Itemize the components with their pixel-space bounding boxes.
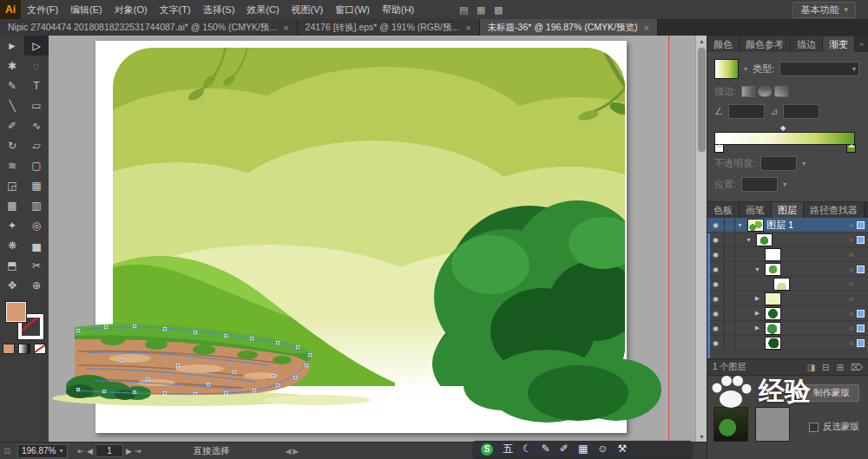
document-tab-3-active[interactable]: 未标题-36* @ 196.87% (CMYK/预览) × xyxy=(480,19,658,36)
selection-square[interactable] xyxy=(857,339,865,347)
layer-thumbnail[interactable] xyxy=(773,278,790,291)
selection-tool[interactable]: ► xyxy=(0,36,24,56)
invert-mask-option[interactable]: 反选蒙版 xyxy=(809,421,859,433)
visibility-eye-icon[interactable]: ◉ xyxy=(707,262,725,276)
type-tool[interactable]: T xyxy=(24,75,49,95)
symbol-sprayer-tool[interactable]: ❋ xyxy=(0,235,24,255)
target-circle-icon[interactable]: ○ xyxy=(849,251,853,259)
menu-edit[interactable]: 编辑(E) xyxy=(64,0,108,19)
object-thumbnail[interactable] xyxy=(713,407,748,442)
color-mode-icon[interactable] xyxy=(3,344,15,354)
layer-thumbnail[interactable] xyxy=(765,307,781,320)
layer-thumbnail[interactable] xyxy=(765,337,781,350)
arrange-documents-icon[interactable]: ▤ xyxy=(455,4,472,16)
gradient-angle-input[interactable] xyxy=(728,104,765,119)
gradient-position-input[interactable] xyxy=(741,177,778,192)
stroke-gradient-across-icon[interactable] xyxy=(774,86,788,97)
first-artboard-icon[interactable]: ⇤ xyxy=(78,447,85,456)
people-icon[interactable]: ☺ xyxy=(597,441,608,457)
blend-tool[interactable]: ◎ xyxy=(24,215,49,235)
gradient-slider[interactable]: ◆ xyxy=(714,125,855,151)
artwork-scene[interactable] xyxy=(95,41,627,433)
layer-thumbnail[interactable] xyxy=(765,292,781,305)
layer-row-3[interactable]: ◉ ○ xyxy=(707,247,868,262)
artboard-number-field[interactable]: 1 xyxy=(95,444,123,457)
layer-row-5[interactable]: ◉ ○ xyxy=(707,277,868,292)
layer-row-6[interactable]: ◉ ▶ ○ xyxy=(707,292,868,306)
layer-row-8[interactable]: ◉ ▶ ○ xyxy=(707,321,868,336)
line-segment-tool[interactable]: ╲ xyxy=(0,95,24,115)
gradient-type-select[interactable]: ▾ xyxy=(779,62,859,76)
direct-selection-tool[interactable]: ▷ xyxy=(24,36,49,56)
expand-triangle-icon[interactable]: ▼ xyxy=(735,222,745,228)
gradient-bar[interactable] xyxy=(714,132,855,145)
target-circle-icon[interactable]: ○ xyxy=(849,280,853,288)
lock-toggle-cell[interactable] xyxy=(725,262,735,276)
tab-brushes[interactable]: 画笔 xyxy=(740,202,772,218)
fill-color-swatch[interactable] xyxy=(6,302,26,322)
layer-thumbnail[interactable] xyxy=(756,233,773,246)
ime-logo[interactable]: S xyxy=(481,443,493,456)
layer-row-9[interactable]: ◉ ○ xyxy=(707,336,868,351)
tab-swatches[interactable]: 色板 xyxy=(707,202,740,218)
gradient-tool[interactable]: ▥ xyxy=(24,195,49,215)
app-logo[interactable]: Ai xyxy=(0,0,21,19)
menu-window[interactable]: 窗口(W) xyxy=(329,0,376,19)
make-clipping-mask-icon[interactable]: ◨ xyxy=(807,363,815,372)
collapse-dock-icon[interactable]: » xyxy=(855,36,868,52)
column-graph-tool[interactable]: ▅ xyxy=(24,235,49,255)
selection-square[interactable] xyxy=(857,310,865,318)
scroll-left-icon[interactable]: ◀ xyxy=(285,447,291,456)
rotate-tool[interactable]: ↻ xyxy=(0,135,24,155)
guide-line[interactable] xyxy=(668,36,669,443)
close-icon[interactable]: × xyxy=(643,23,648,33)
new-sublayer-icon[interactable]: ⊟ xyxy=(822,363,829,372)
target-circle-icon[interactable]: ○ xyxy=(849,236,853,244)
lock-toggle-cell[interactable] xyxy=(725,321,735,335)
new-layer-icon[interactable]: ⊞ xyxy=(836,363,843,372)
checkbox-icon[interactable] xyxy=(809,423,819,432)
visibility-eye-icon[interactable]: ◉ xyxy=(707,306,725,320)
pencil-tool[interactable]: ∿ xyxy=(24,115,49,135)
lock-toggle-cell[interactable] xyxy=(725,233,735,246)
vertical-scrollbar-thumb[interactable] xyxy=(698,48,706,152)
eyedropper-tool[interactable]: ✦ xyxy=(0,215,24,235)
last-artboard-icon[interactable]: ⇥ xyxy=(135,447,141,456)
visibility-eye-icon[interactable]: ◉ xyxy=(707,292,725,305)
expand-triangle-icon[interactable]: ▶ xyxy=(753,325,762,331)
document-layout-icon[interactable]: ▦ xyxy=(472,4,490,16)
status-grid-icon[interactable]: ⊡ xyxy=(0,447,14,456)
expand-triangle-icon[interactable]: ▶ xyxy=(753,310,762,317)
tab-stroke[interactable]: 描边 xyxy=(791,36,823,52)
menu-type[interactable]: 文字(T) xyxy=(154,0,197,19)
grid-icon[interactable]: ▦ xyxy=(578,441,588,457)
visibility-eye-icon[interactable]: ◉ xyxy=(707,277,725,291)
make-mask-button[interactable]: 制作蒙版 xyxy=(804,384,859,402)
brush-icon[interactable]: ✐ xyxy=(560,441,569,457)
chevron-down-icon[interactable]: ▾ xyxy=(744,65,747,73)
visibility-eye-icon[interactable]: ◉ xyxy=(707,336,725,350)
visibility-eye-icon[interactable]: ◉ xyxy=(707,247,725,261)
lock-toggle-cell[interactable] xyxy=(725,218,735,232)
tab-pathfinder[interactable]: 路径查找器 xyxy=(804,202,865,218)
layer-thumbnail[interactable] xyxy=(765,322,781,335)
menu-help[interactable]: 帮助(H) xyxy=(376,0,420,19)
gradient-aspect-input[interactable] xyxy=(783,104,819,119)
selection-square[interactable] xyxy=(857,221,865,229)
menu-file[interactable]: 文件(F) xyxy=(21,0,64,19)
selection-square[interactable] xyxy=(857,325,865,332)
layer-thumbnail[interactable] xyxy=(765,248,781,261)
mesh-tool[interactable]: ▩ xyxy=(0,195,24,215)
layer-row-7[interactable]: ◉ ▶ ○ xyxy=(707,306,868,321)
gradient-opacity-input[interactable] xyxy=(760,156,797,171)
visibility-eye-icon[interactable]: ◉ xyxy=(707,321,725,335)
perspective-grid-tool[interactable]: ▦ xyxy=(24,175,49,195)
tab-color[interactable]: 颜色 xyxy=(707,36,740,52)
menu-view[interactable]: 视图(V) xyxy=(286,0,330,19)
layer-row-2[interactable]: ◉ ▼ ○ xyxy=(707,233,868,247)
workspace-switcher[interactable]: 基本功能 ▾ xyxy=(792,2,856,18)
gradient-midpoint-icon[interactable]: ◆ xyxy=(780,124,786,132)
close-icon[interactable]: × xyxy=(283,23,288,33)
handwriting-icon[interactable]: ✎ xyxy=(542,441,550,457)
canvas-pasteboard[interactable]: ▲ ▼ xyxy=(49,36,707,443)
